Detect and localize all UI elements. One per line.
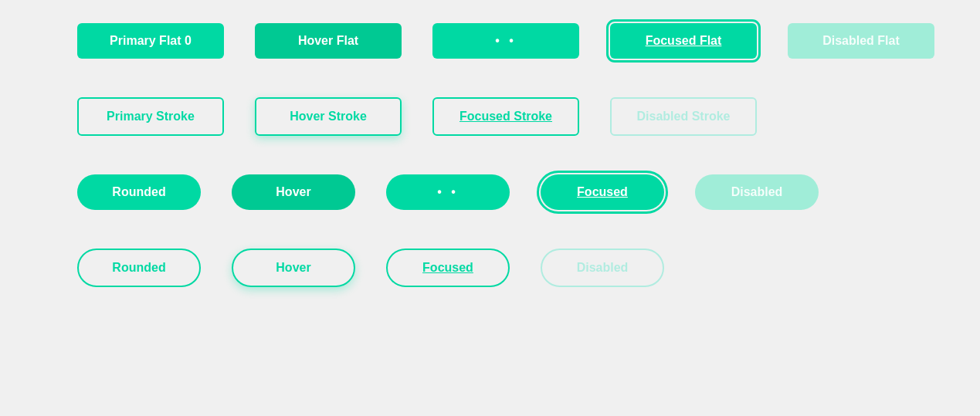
rounded-stroke-hover-button[interactable]: Hover bbox=[232, 249, 355, 287]
rounded-primary-button[interactable]: Rounded bbox=[77, 174, 201, 210]
button-showcase: Primary Flat 0 Hover Flat • • Focused Fl… bbox=[0, 0, 980, 303]
rounded-focused-button[interactable]: Focused bbox=[541, 174, 664, 210]
disabled-flat-button: Disabled Flat bbox=[788, 23, 934, 59]
rounded-hover-button[interactable]: Hover bbox=[232, 174, 355, 210]
rounded-stroke-disabled-button: Disabled bbox=[541, 249, 664, 287]
rounded-loading-button[interactable]: • • bbox=[386, 174, 510, 210]
flat-row: Primary Flat 0 Hover Flat • • Focused Fl… bbox=[77, 0, 903, 74]
primary-stroke-button[interactable]: Primary Stroke bbox=[77, 97, 224, 136]
focused-flat-button[interactable]: Focused Flat bbox=[610, 23, 757, 59]
primary-flat-button[interactable]: Primary Flat 0 bbox=[77, 23, 224, 59]
focused-stroke-button[interactable]: Focused Stroke bbox=[432, 97, 579, 136]
hover-flat-button[interactable]: Hover Flat bbox=[255, 23, 402, 59]
rounded-stroke-row: Rounded Hover Focused Disabled bbox=[77, 225, 903, 303]
rounded-disabled-button: Disabled bbox=[695, 174, 819, 210]
rounded-stroke-focused-button[interactable]: Focused bbox=[386, 249, 510, 287]
rounded-row: Rounded Hover • • Focused Disabled bbox=[77, 151, 903, 225]
hover-stroke-button[interactable]: Hover Stroke bbox=[255, 97, 402, 136]
rounded-stroke-primary-button[interactable]: Rounded bbox=[77, 249, 201, 287]
disabled-stroke-button: Disabled Stroke bbox=[610, 97, 757, 136]
stroke-row: Primary Stroke Hover Stroke Focused Stro… bbox=[77, 74, 903, 151]
loading-flat-button[interactable]: • • bbox=[432, 23, 579, 59]
